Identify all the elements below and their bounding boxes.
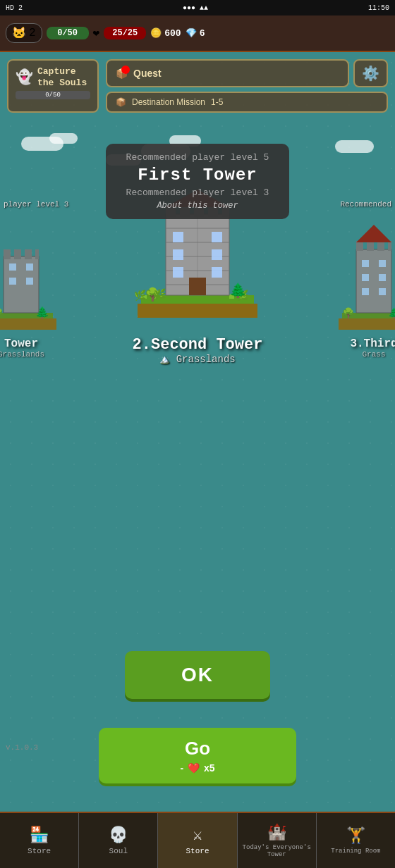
store-icon: 🏪	[30, 826, 49, 845]
go-cost: - ❤️ x5	[180, 762, 214, 774]
bottom-nav: 🏪 Store 💀 Soul ⚔️ Store 🏰 Today's Everyo…	[0, 812, 395, 868]
status-time: 11:50	[368, 4, 389, 12]
settings-icon: ⚙️	[362, 66, 379, 81]
capture-label1: Capture	[37, 66, 87, 78]
tower-icon: 🏰	[267, 823, 286, 842]
mission-label: Destination Mission	[132, 97, 205, 107]
cost-prefix: -	[180, 762, 183, 774]
capture-panel: 👻 Capture the Souls 0/50	[7, 59, 99, 113]
nav-tower-label: Today's Everyone's Tower	[238, 844, 316, 858]
mission-range: 1-5	[211, 97, 223, 107]
nav-store[interactable]: 🏪 Store	[0, 813, 79, 868]
hud: 🐱 2 0/50 ❤️ 25/25 🪙 600 💎 6	[0, 16, 395, 52]
go-button[interactable]: Go - ❤️ x5	[99, 728, 296, 783]
mission-icon: 📦	[116, 97, 126, 107]
nav-tower[interactable]: 🏰 Today's Everyone's Tower	[238, 813, 317, 868]
left-tower[interactable]: 🌳 🌲 Tower Grasslands	[0, 221, 56, 359]
capture-count: 0/50	[45, 91, 61, 99]
cloud-2	[49, 133, 78, 144]
nav-battle[interactable]: ⚔️ Store	[158, 813, 237, 868]
nav-soul[interactable]: 💀 Soul	[79, 813, 158, 868]
recommend-note: About this tower	[120, 201, 275, 211]
right-panels: 📦 Quest ⚙️ 📦 Destination Mission 1-5	[106, 59, 388, 113]
left-tower-sublabel: Grasslands	[0, 350, 56, 359]
training-icon: 🏋️	[346, 826, 365, 845]
svg-rect-51	[362, 260, 369, 267]
svg-rect-5	[26, 264, 33, 271]
souls-icon: 👻	[16, 68, 33, 86]
nav-training[interactable]: 🏋️ Training Room	[317, 813, 395, 868]
svg-rect-8	[4, 249, 11, 259]
diamond-display: 💎 6	[186, 27, 205, 39]
recommend-popup: Recommended player level 5 First Tower R…	[106, 144, 289, 219]
right-tower-svg: 🌳 🌲	[339, 221, 395, 334]
soul-icon: 💀	[109, 826, 128, 845]
recommend-title: First Tower	[120, 166, 275, 185]
version-label: v.1.0.3	[6, 743, 38, 752]
coin-icon: 🪙	[150, 27, 162, 39]
nav-soul-label: Soul	[109, 847, 128, 855]
stamina-bar: 0/50	[47, 27, 89, 39]
go-section: Go - ❤️ x5	[99, 728, 296, 783]
svg-rect-10	[25, 249, 32, 259]
svg-rect-53	[362, 274, 369, 281]
cat-level-item: 🐱 2	[6, 23, 42, 43]
cloud-5	[335, 140, 374, 153]
svg-rect-56	[379, 288, 386, 295]
game-area: 👻 Capture the Souls 0/50 📦	[0, 52, 395, 812]
svg-rect-35	[173, 267, 183, 278]
svg-rect-9	[14, 249, 21, 259]
left-tower-label: Tower	[0, 337, 56, 350]
nav-store-label: Store	[28, 847, 51, 855]
svg-text:🌳: 🌳	[342, 307, 355, 319]
right-tower-label: 3.Third	[339, 337, 395, 350]
svg-rect-49	[356, 249, 391, 313]
settings-button[interactable]: ⚙️	[353, 59, 388, 87]
cost-amount: x5	[204, 762, 215, 774]
mission-button[interactable]: 📦 Destination Mission 1-5	[106, 92, 388, 113]
left-level-label: player level 3	[4, 200, 68, 209]
svg-rect-1	[0, 318, 56, 330]
right-tower-sublabel: Grass	[339, 350, 395, 359]
status-left: HD 2	[6, 4, 23, 12]
svg-text:🌲: 🌲	[388, 307, 395, 319]
svg-rect-57	[356, 241, 363, 251]
nav-battle-label: Store	[186, 847, 209, 855]
quest-label: Quest	[133, 68, 162, 79]
svg-rect-32	[212, 232, 222, 242]
gold-display: 🪙 600	[150, 27, 181, 39]
ok-button[interactable]: OK	[125, 651, 270, 699]
svg-rect-2	[4, 256, 39, 313]
svg-rect-54	[379, 274, 386, 281]
cat-level: 2	[29, 27, 36, 39]
svg-rect-36	[212, 267, 222, 278]
right-tower[interactable]: 🌳 🌲 3.Third Grass	[339, 221, 395, 359]
center-tower-sublabel: 🏔️ Grasslands	[127, 354, 268, 365]
cat-icon: 🐱	[12, 26, 26, 40]
notification-dot	[121, 66, 130, 74]
diamond-amount: 6	[200, 28, 205, 39]
svg-rect-4	[9, 264, 16, 271]
svg-rect-7	[26, 278, 33, 285]
svg-marker-61	[356, 225, 391, 242]
diamond-icon: 💎	[186, 27, 197, 39]
svg-text:🌳: 🌳	[0, 306, 4, 320]
svg-rect-55	[362, 288, 369, 295]
svg-text:🌲: 🌲	[35, 306, 49, 320]
svg-rect-37	[189, 278, 206, 295]
heart-icon: ❤️	[93, 26, 100, 40]
svg-text:🌿: 🌿	[154, 288, 166, 300]
nav-training-label: Training Room	[331, 848, 380, 855]
svg-rect-33	[173, 249, 183, 260]
svg-rect-6	[9, 278, 16, 285]
quest-button[interactable]: 📦 Quest	[106, 59, 349, 87]
status-bar: HD 2 ●●● ▲▲ 11:50	[0, 0, 395, 16]
svg-rect-52	[379, 260, 386, 267]
right-level-label: Recommended	[340, 200, 391, 209]
svg-text:🌲: 🌲	[229, 282, 247, 299]
status-signal: ●●● ▲▲	[183, 4, 208, 12]
svg-rect-11	[35, 249, 39, 259]
svg-rect-60	[388, 241, 391, 251]
center-tower-label: 2.Second Tower	[127, 336, 268, 354]
cost-heart-icon: ❤️	[188, 762, 200, 774]
